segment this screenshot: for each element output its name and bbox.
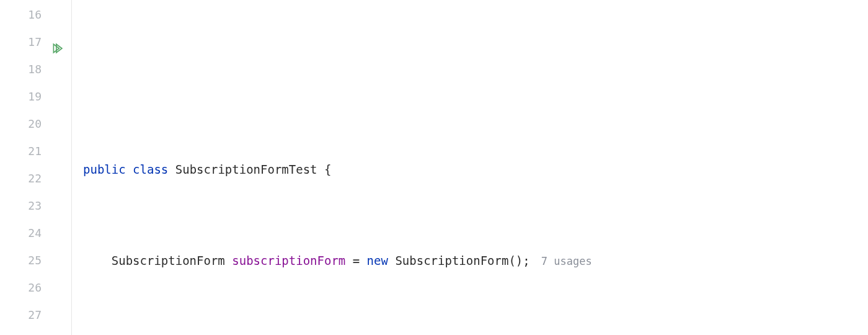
line-number[interactable]: 21 xyxy=(0,138,71,165)
keyword: class xyxy=(133,163,168,176)
usage-hint[interactable]: 7 usages xyxy=(541,255,592,267)
line-number[interactable]: 27 xyxy=(0,302,71,329)
code-line[interactable] xyxy=(83,65,868,92)
line-number[interactable]: 26 xyxy=(0,274,71,302)
field: subscriptionForm xyxy=(232,254,345,267)
line-number[interactable]: 20 xyxy=(0,110,71,138)
line-number[interactable]: 17 xyxy=(0,29,71,56)
line-number[interactable]: 23 xyxy=(0,192,71,220)
keyword: new xyxy=(367,254,388,267)
line-number[interactable]: 25 xyxy=(0,247,71,274)
line-number[interactable]: 16 xyxy=(0,1,71,29)
code-editor: 16 17 18 19 20 21 22 23 24 25 26 27 publ… xyxy=(0,0,868,335)
line-number[interactable]: 22 xyxy=(0,165,71,192)
code-line[interactable]: SubscriptionForm subscriptionForm = new … xyxy=(83,247,868,274)
type: SubscriptionForm xyxy=(395,254,508,267)
line-number[interactable]: 19 xyxy=(0,83,71,110)
run-test-icon[interactable] xyxy=(51,37,63,48)
gutter: 16 17 18 19 20 21 22 23 24 25 26 27 xyxy=(0,0,72,335)
line-number[interactable]: 18 xyxy=(0,56,71,83)
class-name: SubscriptionFormTest xyxy=(175,163,317,176)
line-number[interactable]: 24 xyxy=(0,220,71,247)
code-area[interactable]: public class SubscriptionFormTest { Subs… xyxy=(72,0,868,335)
keyword: public xyxy=(83,163,126,176)
code-line[interactable]: public class SubscriptionFormTest { xyxy=(83,156,868,183)
type: SubscriptionForm xyxy=(112,254,225,267)
